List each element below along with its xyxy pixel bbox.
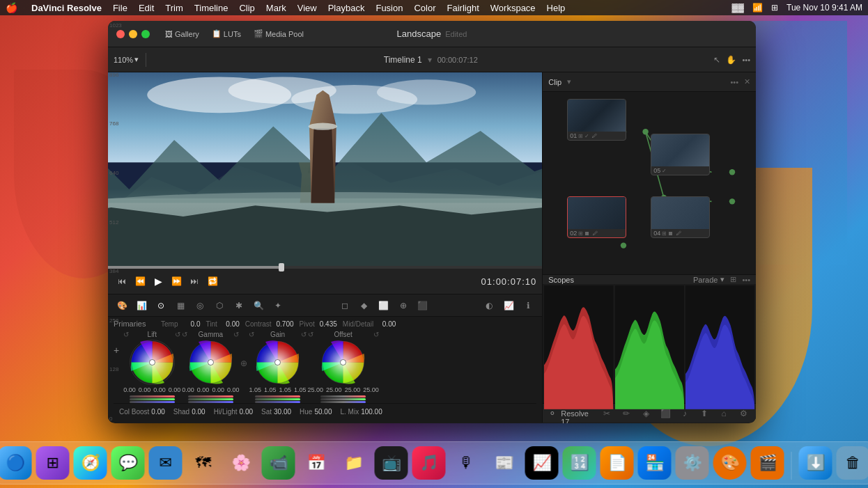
menu-fairlight[interactable]: Fairlight [447, 3, 479, 13]
scopes-more-icon[interactable]: ••• [742, 276, 750, 284]
contrast-value[interactable]: 0.700 [274, 320, 294, 328]
shad-value[interactable]: 0.00 [192, 408, 205, 416]
gain-options-icon[interactable]: ↺ [301, 331, 307, 338]
luts-tab[interactable]: 📋 LUTs [208, 27, 245, 40]
dock-mail[interactable]: ✉ [149, 446, 183, 480]
scope-chart-icon[interactable]: 📈 [500, 297, 517, 314]
cursor-icon[interactable]: ↖ [713, 55, 720, 65]
tracker-tool-icon[interactable]: ⊕ [395, 297, 412, 314]
lift-options-icon[interactable]: ↺ [175, 331, 180, 338]
dock-news[interactable]: 📰 [488, 446, 521, 480]
eyedropper-tool-icon[interactable]: 🔍 [250, 297, 267, 314]
dock-safari[interactable]: 🧭 [74, 446, 107, 480]
dock-systemprefs[interactable]: ⚙️ [676, 446, 709, 480]
clip-options-icon[interactable]: ••• [730, 78, 738, 86]
gain-color-wheel[interactable] [255, 340, 300, 385]
dock-appletv[interactable]: 📺 [375, 446, 408, 480]
lift-color-wheel[interactable] [130, 340, 175, 385]
menu-mark[interactable]: Mark [266, 3, 286, 13]
loop-button[interactable]: 🔁 [204, 273, 221, 290]
lift-blue-slider[interactable] [130, 401, 175, 403]
offset-reset-icon[interactable]: ↺ [308, 331, 313, 338]
dock-davinci[interactable]: 🎬 [751, 446, 784, 480]
clip-close-icon[interactable]: ✕ [744, 77, 750, 86]
custom-tool-icon[interactable]: ⬡ [211, 297, 228, 314]
node-05[interactable]: 05 ✓ [651, 134, 710, 175]
video-preview[interactable] [108, 72, 542, 266]
step-back-button[interactable]: ⏪ [132, 273, 148, 290]
gamma-color-wheel[interactable] [188, 340, 233, 385]
mask-tool-icon[interactable]: ◻ [336, 297, 353, 314]
menu-view[interactable]: View [297, 3, 317, 13]
parade-chevron[interactable]: ▾ [720, 275, 724, 284]
app-name[interactable]: DaVinci Resolve [31, 3, 102, 13]
menu-file[interactable]: File [113, 3, 127, 13]
info-tool-icon[interactable]: ℹ [520, 297, 536, 314]
step-forward-button[interactable]: ⏩ [168, 273, 185, 290]
gamma-options-icon[interactable]: ↺ [233, 331, 239, 338]
progress-handle[interactable] [279, 263, 284, 271]
timeline-scrubber[interactable] [108, 266, 542, 269]
more-options-icon[interactable]: ••• [742, 56, 750, 64]
colboost-value[interactable]: 0.00 [151, 408, 164, 416]
dock-facetime[interactable]: 📹 [262, 446, 295, 480]
apple-menu[interactable]: 🍎 [6, 2, 17, 13]
gamma-red-slider[interactable] [188, 395, 233, 398]
dock-pages[interactable]: 📄 [600, 446, 634, 480]
menu-playback[interactable]: Playback [328, 3, 365, 13]
bars-tool-icon[interactable]: ▦ [172, 297, 189, 314]
control-center-icon[interactable]: ⊞ [771, 3, 778, 13]
dock-photos[interactable]: 🌸 [224, 446, 258, 480]
pivot-value[interactable]: 0.435 [318, 320, 337, 328]
play-button[interactable]: ▶ [150, 273, 166, 290]
dock-podcasts[interactable]: 🎙 [450, 446, 483, 480]
temp-value[interactable]: 0.0 [180, 320, 200, 328]
dock-maps[interactable]: 🗺 [187, 446, 220, 480]
gain-reset-icon[interactable]: ↺ [249, 331, 254, 338]
dock-numbers[interactable]: 🔢 [563, 446, 596, 480]
offset-options-icon[interactable]: ↺ [373, 331, 379, 338]
curves-tool-icon[interactable]: 📊 [133, 297, 150, 314]
node-01[interactable]: 01 ⊞ ✓ 🖉 [567, 99, 626, 141]
dock-finder[interactable]: 🔵 [0, 446, 32, 480]
wand-tool-icon[interactable]: ✦ [270, 297, 286, 314]
node-04[interactable]: 04 ⊞ ⏹ 🖉 [651, 196, 710, 238]
key-tool-icon[interactable]: ◐ [481, 297, 497, 314]
menu-workspace[interactable]: Workspace [490, 3, 536, 13]
dock-files[interactable]: 📁 [337, 446, 371, 480]
menu-timeline[interactable]: Timeline [194, 3, 228, 13]
menu-trim[interactable]: Trim [165, 3, 183, 13]
menu-help[interactable]: Help [547, 3, 566, 13]
hand-icon[interactable]: ✋ [726, 55, 736, 65]
menu-edit[interactable]: Edit [139, 3, 154, 13]
lift-green-slider[interactable] [130, 398, 175, 400]
gain-green-slider[interactable] [255, 398, 300, 400]
skip-to-end-button[interactable]: ⏭ [186, 273, 203, 290]
gamma-reset-icon[interactable]: ↺ [182, 331, 187, 338]
menu-clip[interactable]: Clip [239, 3, 254, 13]
offset-red-slider[interactable] [320, 395, 366, 398]
menu-fusion[interactable]: Fusion [375, 3, 403, 13]
dock-messages[interactable]: 💬 [111, 446, 145, 480]
middetail-value[interactable]: 0.00 [376, 320, 396, 328]
offset-blue-slider[interactable] [320, 401, 366, 403]
node-02[interactable]: 02 ⊞ ⏹ 🖉 [567, 196, 626, 238]
dock-stocks[interactable]: 📈 [525, 446, 559, 480]
minimize-button[interactable] [129, 30, 137, 38]
dock-appstore[interactable]: 🏪 [638, 446, 672, 480]
motion-tool-icon[interactable]: ✱ [231, 297, 247, 314]
offset-color-wheel[interactable] [320, 340, 366, 385]
dock-calendar[interactable]: 📅 [300, 446, 333, 480]
menu-color[interactable]: Color [414, 3, 435, 13]
timeline-name[interactable]: Timeline 1 [384, 55, 422, 65]
between-add-icon[interactable]: ⊕ [240, 359, 247, 368]
dock-addons[interactable]: ⬇️ [799, 446, 832, 480]
dock-colorui[interactable]: 🎨 [713, 446, 747, 480]
tint-value[interactable]: 0.00 [220, 320, 240, 328]
scopes-grid-icon[interactable]: ⊞ [730, 275, 736, 284]
dock-music[interactable]: 🎵 [412, 446, 446, 480]
sat-value[interactable]: 30.00 [274, 408, 291, 416]
media-pool-tab[interactable]: 🎬 Media Pool [249, 27, 308, 40]
dock-trash[interactable]: 🗑 [837, 446, 869, 480]
wheels-tool-icon[interactable]: ⊙ [153, 297, 169, 314]
